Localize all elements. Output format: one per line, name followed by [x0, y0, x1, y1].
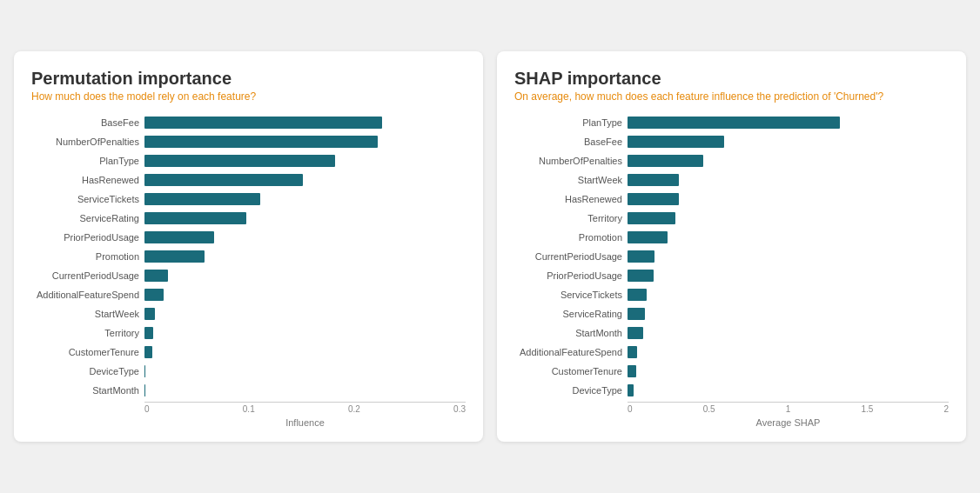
shap-axis: 00.511.52 Average SHAP: [628, 402, 949, 428]
bar-label: ServiceRating: [31, 213, 144, 223]
permutation-x-ticks: 00.10.20.3: [144, 404, 466, 414]
bar-fill: [144, 308, 155, 320]
bar-fill: [628, 289, 647, 301]
bar-track: [628, 365, 949, 377]
bar-row: CustomerTenure: [514, 363, 949, 379]
permutation-chart-card: Permutation importance How much does the…: [14, 51, 483, 442]
bar-label: StartWeek: [31, 309, 144, 319]
permutation-subtitle: How much does the model rely on each fea…: [31, 90, 466, 103]
permutation-x-label: Influence: [144, 417, 466, 428]
bar-label: Territory: [31, 328, 144, 338]
bar-row: CustomerTenure: [31, 344, 466, 360]
bar-fill: [144, 346, 152, 358]
bar-fill: [144, 212, 246, 224]
bar-track: [628, 327, 949, 339]
bar-track: [628, 174, 949, 186]
bar-track: [144, 270, 466, 282]
bar-label: DeviceType: [514, 385, 628, 396]
bar-label: Territory: [514, 213, 628, 223]
bar-row: NumberOfPenalties: [31, 134, 466, 150]
permutation-title-plain: Permutation: [31, 69, 138, 88]
bar-label: CustomerTenure: [514, 366, 628, 376]
bar-track: [628, 117, 949, 129]
permutation-chart-area: BaseFeeNumberOfPenaltiesPlanTypeHasRenew…: [31, 115, 466, 428]
bar-label: CurrentPeriodUsage: [31, 270, 144, 281]
axis-tick-label: 0: [628, 404, 633, 414]
bar-row: PriorPeriodUsage: [514, 268, 949, 283]
bar-track: [144, 212, 466, 224]
bar-row: DeviceType: [31, 363, 466, 379]
bar-row: StartMonth: [31, 383, 466, 398]
bar-row: CurrentPeriodUsage: [31, 268, 466, 283]
bar-row: StartWeek: [514, 172, 949, 188]
bar-label: DeviceType: [31, 366, 144, 376]
bar-track: [144, 231, 466, 243]
bar-fill: [144, 155, 335, 167]
bar-fill: [628, 346, 637, 358]
bar-row: Promotion: [514, 230, 949, 245]
bar-row: StartMonth: [514, 325, 949, 341]
shap-title-plain: SHAP: [514, 69, 567, 88]
permutation-title-bold: importance: [138, 69, 232, 88]
bar-label: StartWeek: [514, 175, 628, 185]
bar-label: PlanType: [514, 117, 628, 128]
shap-chart-area: PlanTypeBaseFeeNumberOfPenaltiesStartWee…: [514, 115, 949, 428]
bar-fill: [144, 174, 303, 186]
bar-fill: [144, 384, 145, 396]
shap-subtitle: On average, how much does each feature i…: [514, 90, 949, 103]
bar-track: [628, 289, 949, 301]
bar-track: [144, 155, 466, 167]
bar-row: AdditionalFeatureSpend: [514, 344, 949, 360]
bar-track: [144, 136, 466, 148]
bar-label: PriorPeriodUsage: [31, 232, 144, 243]
bar-row: BaseFee: [514, 134, 949, 150]
bar-row: Territory: [31, 325, 466, 341]
bar-fill: [144, 327, 153, 339]
bar-row: Promotion: [31, 249, 466, 264]
bar-label: CustomerTenure: [31, 347, 144, 357]
bar-fill: [144, 250, 205, 263]
bar-track: [144, 308, 466, 320]
bar-track: [628, 270, 949, 282]
bar-row: StartWeek: [31, 306, 466, 322]
bar-track: [628, 193, 949, 205]
bar-row: PlanType: [31, 153, 466, 169]
bar-track: [628, 136, 949, 148]
axis-tick-label: 1: [786, 404, 791, 414]
bar-label: AdditionalFeatureSpend: [514, 347, 628, 357]
bar-row: ServiceRating: [514, 306, 949, 322]
bar-track: [144, 174, 466, 186]
permutation-title: Permutation importance: [31, 69, 466, 89]
bar-label: BaseFee: [31, 117, 144, 128]
bar-fill: [628, 327, 643, 339]
bar-fill: [628, 136, 724, 148]
bar-label: PriorPeriodUsage: [514, 270, 628, 281]
bar-label: HasRenewed: [31, 175, 144, 185]
bar-row: PriorPeriodUsage: [31, 230, 466, 245]
bar-fill: [144, 289, 164, 301]
bar-fill: [144, 270, 168, 282]
bar-label: CurrentPeriodUsage: [514, 251, 628, 262]
bar-track: [144, 384, 466, 396]
bar-fill: [628, 270, 654, 282]
bar-label: StartMonth: [514, 328, 628, 338]
bar-track: [144, 327, 466, 339]
bar-fill: [628, 231, 668, 243]
bar-label: Promotion: [514, 232, 628, 243]
bar-label: StartMonth: [31, 385, 144, 396]
bar-track: [628, 384, 949, 396]
bar-track: [144, 346, 466, 358]
bar-label: BaseFee: [514, 137, 628, 147]
shap-title-bold: importance: [567, 69, 661, 88]
bar-row: HasRenewed: [514, 191, 949, 207]
bar-label: NumberOfPenalties: [31, 137, 144, 147]
shap-x-label: Average SHAP: [628, 417, 949, 428]
bar-track: [628, 231, 949, 243]
bar-label: ServiceTickets: [31, 194, 144, 204]
bar-row: PlanType: [514, 115, 949, 130]
bar-track: [628, 212, 949, 224]
bar-label: PlanType: [31, 156, 144, 166]
bar-fill: [144, 193, 260, 205]
bar-fill: [628, 117, 840, 129]
axis-tick-label: 0.5: [703, 404, 715, 414]
